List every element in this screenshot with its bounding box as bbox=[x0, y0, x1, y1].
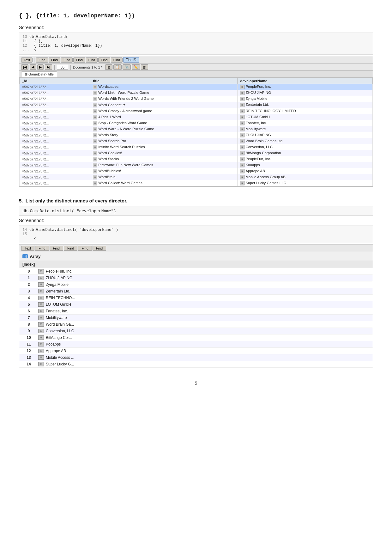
array-row-icon: ⊞ bbox=[38, 362, 44, 366]
cell-dev: ⊞PeopleFun, Inc. bbox=[238, 156, 373, 162]
array-header-row: [i] Array bbox=[19, 252, 373, 261]
cell-id: ≡5d7ca7217372... bbox=[20, 162, 90, 168]
array-row-idx: 2 bbox=[19, 282, 38, 287]
nav-icon-1[interactable]: 🖹 bbox=[105, 64, 112, 70]
db-tab-gamedata[interactable]: ⊞ GameData> title bbox=[21, 71, 57, 77]
code-text-12: { title: 1, developerName: 1}) bbox=[29, 44, 102, 48]
array-row-idx: 12 bbox=[19, 349, 38, 353]
cell-title: ≡Word Collect: Word Games bbox=[90, 180, 238, 186]
cell-title: ≡Stop - Categories Word Game bbox=[90, 120, 238, 126]
array-row-val: REIN TECHNO... bbox=[46, 296, 75, 300]
cell-id: ≡5d7ca7217372... bbox=[20, 138, 90, 144]
array-row-icon: ⊞ bbox=[38, 322, 44, 327]
cell-title: ≡Word Stacks bbox=[90, 156, 238, 162]
cell-id: ≡5d7ca7217372... bbox=[20, 96, 90, 102]
array-row-val: LOTUM GmbH bbox=[46, 302, 71, 307]
array-btn-find-2[interactable]: Find bbox=[50, 246, 63, 251]
table-row: ≡5d7ca7217372...≡Word Warp - A Word Puzz… bbox=[20, 126, 373, 132]
array-row: 10 ⊞ BitMango Cor... bbox=[19, 334, 373, 341]
cell-dev: ⊞ZHOU JIAPING bbox=[238, 132, 373, 138]
code-block-1: 10 db.GameData.find( 11 { }, 12 { title:… bbox=[19, 33, 373, 55]
array-row-icon: ⊞ bbox=[38, 282, 44, 287]
section-5: 5. List only the distinct names of every… bbox=[19, 198, 373, 368]
line-num-arrow bbox=[22, 237, 29, 241]
cell-title: ≡WordBubbles! bbox=[90, 168, 238, 174]
cell-title: ≡Word Cookies! bbox=[90, 150, 238, 156]
toolbar-btn-find-7[interactable]: Find bbox=[111, 57, 123, 63]
code-line-15: 15 bbox=[22, 232, 370, 237]
page-number: 5 bbox=[19, 381, 373, 386]
table-row: ≡5d7ca7217372...≡Word Stacks⊞PeopleFun, … bbox=[20, 156, 373, 162]
array-row-icon: ⊞ bbox=[38, 309, 44, 313]
cell-title: ≡Words Story bbox=[90, 132, 238, 138]
table-row: ≡5d7ca7217372...≡4 Pics 1 Word⊞LOTUM Gmb… bbox=[20, 114, 373, 120]
toolbar-btn-find-2[interactable]: Find bbox=[49, 57, 60, 63]
cell-id: ≡5d7ca7217372... bbox=[20, 132, 90, 138]
cell-id: ≡5d7ca7217372... bbox=[20, 168, 90, 174]
nav-prev[interactable]: ◀ bbox=[30, 64, 36, 70]
code-text-10: db.GameData.find( bbox=[29, 35, 68, 39]
toolbar-btn-find-3[interactable]: Find bbox=[61, 57, 73, 63]
nav-next[interactable]: ▶| bbox=[45, 64, 52, 70]
cell-title: ≡Wordscapes bbox=[90, 84, 238, 90]
toolbar-btn-find-6[interactable]: Find bbox=[98, 57, 110, 63]
cell-dev: ⊞Zynga Mobile bbox=[238, 96, 373, 102]
toolbar-btn-text[interactable]: Text bbox=[21, 57, 33, 63]
cell-dev: ⊞REIN TECHNOLOGY LIMITED bbox=[238, 108, 373, 114]
array-row: 8 ⊞ Word Brain Ga... bbox=[19, 321, 373, 328]
array-row-idx: 13 bbox=[19, 355, 38, 360]
cell-id: ≡5d7ca7217372... bbox=[20, 108, 90, 114]
toolbar-btn-find-close[interactable]: Find ☒ bbox=[123, 57, 139, 63]
cell-id: ≡5d7ca7217372... bbox=[20, 156, 90, 162]
cell-title: ≡Word Link - Word Puzzle Game bbox=[90, 90, 238, 96]
nav-first[interactable]: |◀ bbox=[21, 64, 28, 70]
screenshot-label-1: Screenshot: bbox=[19, 25, 373, 30]
cell-dev: ⊞Kooapps bbox=[238, 162, 373, 168]
cell-title: ≡Pictoword: Fun New Word Games bbox=[90, 162, 238, 168]
array-btn-find-3[interactable]: Find bbox=[64, 246, 77, 251]
nav-icon-2[interactable]: 📋 bbox=[113, 64, 122, 70]
array-btn-find-5[interactable]: Find bbox=[93, 246, 106, 251]
code-text-11: { }, bbox=[29, 39, 43, 44]
array-row-icon: ⊞ bbox=[38, 335, 44, 340]
array-row-idx: 5 bbox=[19, 302, 38, 307]
array-row-icon: ⊞ bbox=[38, 276, 44, 280]
array-row-icon: ⊞ bbox=[38, 302, 44, 307]
cell-dev: ⊞Zentertain Ltd. bbox=[238, 102, 373, 108]
cell-id: ≡5d7ca7217372... bbox=[20, 120, 90, 126]
table-row: ≡5d7ca7217372...≡Words With Friends 2 Wo… bbox=[20, 96, 373, 102]
cell-id: ≡5d7ca7217372... bbox=[20, 180, 90, 186]
line-num-14: 14 bbox=[22, 228, 29, 232]
array-icon: [i] bbox=[22, 254, 28, 258]
array-btn-text[interactable]: Text bbox=[21, 246, 34, 251]
array-row-val: Word Brain Ga... bbox=[46, 322, 74, 327]
line-num-10: 10 bbox=[22, 35, 29, 39]
cell-title: ≡Word Connect ✦ bbox=[90, 102, 238, 108]
toolbar-btn-find-5[interactable]: Find bbox=[86, 57, 98, 63]
nav-icon-5[interactable]: 🗑 bbox=[141, 64, 148, 70]
screenshot-label-2: Screenshot: bbox=[19, 218, 373, 223]
array-btn-find-1[interactable]: Find bbox=[35, 246, 49, 251]
cell-dev: ⊞PeopleFun, Inc. bbox=[238, 84, 373, 90]
cell-id: ≡5d7ca7217372... bbox=[20, 84, 90, 90]
nav-play[interactable]: ▶ bbox=[37, 64, 44, 70]
nav-sep bbox=[54, 65, 55, 70]
toolbar-btn-find-4[interactable]: Find bbox=[73, 57, 85, 63]
table-row: ≡5d7ca7217372...≡WordBrain⊞Mobile Access… bbox=[20, 174, 373, 180]
array-row-val: Mobile Access ... bbox=[46, 355, 74, 360]
nav-icon-3[interactable]: 📎 bbox=[123, 64, 131, 70]
cell-id: ≡5d7ca7217372... bbox=[20, 102, 90, 108]
cell-dev: ⊞Super Lucky Games LLC bbox=[238, 180, 373, 186]
cell-dev: ⊞Fanatee, Inc. bbox=[238, 120, 373, 126]
nav-page-input[interactable] bbox=[57, 65, 68, 70]
toolbar-btn-find-1[interactable]: Find bbox=[36, 57, 48, 63]
array-row-icon: ⊞ bbox=[38, 296, 44, 300]
nav-icon-4[interactable]: ✏️ bbox=[132, 64, 140, 70]
cell-dev: ⊞Apprope AB bbox=[238, 168, 373, 174]
array-row: 14 ⊞ Super Lucky G... bbox=[19, 361, 373, 368]
array-row-idx: 10 bbox=[19, 335, 38, 340]
array-btn-find-4[interactable]: Find bbox=[78, 246, 92, 251]
code-line-12: 12 { title: 1, developerName: 1}) bbox=[22, 44, 370, 48]
cell-id: ≡5d7ca7217372... bbox=[20, 90, 90, 96]
array-row-val: PeopleFun, Inc. bbox=[46, 269, 72, 274]
